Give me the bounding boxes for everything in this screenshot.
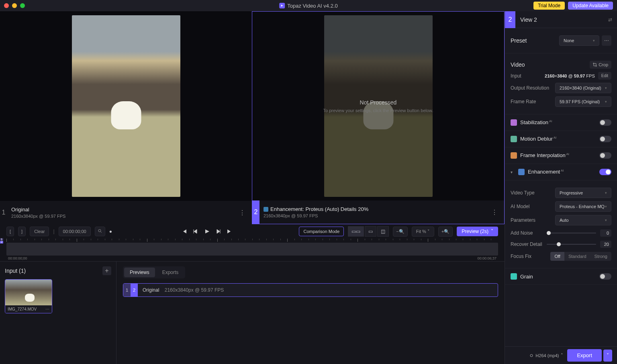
recover-detail-value[interactable]: 20	[600, 241, 611, 248]
timeline-track[interactable]	[6, 243, 498, 256]
next-frame-icon[interactable]	[215, 229, 221, 234]
last-frame-icon[interactable]	[227, 229, 232, 234]
focus-strong-button[interactable]: Strong	[590, 252, 611, 261]
processed-frame[interactable]: Not Processed To preview your settings, …	[252, 12, 504, 200]
preview-row-sub: 2160x3840px @ 59.97 FPS	[165, 287, 224, 293]
trial-mode-badge[interactable]: Trial Mode	[533, 2, 565, 10]
playback-toolbar: [ ] Clear | 00:00:00;00 ● Comparison Mod…	[0, 224, 505, 239]
preview-row[interactable]: 1 2 Original 2160x3840px @ 59.97 FPS	[123, 283, 498, 297]
chevron-up-icon: ˄	[561, 353, 563, 358]
video-section-label: Video	[511, 61, 525, 68]
zoom-slider-dot[interactable]: ●	[109, 229, 115, 234]
enhancement-toggle[interactable]	[599, 169, 611, 175]
preview-row-num2: 2	[131, 284, 138, 297]
export-button[interactable]: Export	[567, 349, 602, 362]
search-icon[interactable]	[95, 227, 105, 236]
motion-deblur-toggle[interactable]	[599, 136, 611, 142]
enhancement-filter-icon	[518, 169, 525, 175]
export-dropdown-icon[interactable]: ˅	[603, 350, 612, 362]
focus-fix-label: Focus Fix	[511, 254, 531, 259]
timeline[interactable]: 12 00:00:00;00 00:00:06;37	[0, 239, 505, 261]
parameters-select[interactable]: Auto▾	[555, 215, 611, 225]
layout-single-icon[interactable]: ▭	[365, 226, 376, 237]
outres-label: Output Resolution	[511, 85, 549, 91]
add-input-button[interactable]: +	[102, 266, 111, 275]
grain-label: Grain	[520, 274, 533, 280]
recover-detail-label: Recover Detail	[511, 241, 543, 247]
motion-deblur-row: Motion Deblur AI	[505, 131, 617, 147]
layout-split-icon[interactable]: ◫	[377, 226, 389, 237]
preview-button[interactable]: Preview (2s)˅	[457, 227, 498, 236]
edit-input-button[interactable]: Edit	[598, 72, 611, 80]
maximize-icon[interactable]	[20, 3, 25, 8]
pane2-title: Enhancement: Proteus (Auto) Details 20%	[264, 206, 486, 212]
add-noise-slider[interactable]	[547, 233, 596, 233]
fit-dropdown[interactable]: Fit % ˅	[412, 227, 434, 237]
timeline-end: 00:00:06;37	[477, 256, 496, 260]
pane1-subtitle: 2160x3840px @ 59.97 FPS	[11, 214, 233, 219]
pane1-more-icon[interactable]: ⋮	[237, 207, 247, 218]
swap-icon[interactable]: ⇄	[603, 17, 617, 22]
comparison-mode-button[interactable]: Comparison Mode	[299, 227, 344, 236]
thumbnail-more-icon[interactable]: ⋯	[45, 307, 49, 311]
video-frame-original	[72, 15, 180, 197]
video-type-select[interactable]: Progressive▾	[555, 188, 611, 198]
motion-deblur-label: Motion Deblur	[520, 136, 553, 142]
thumbnail-filename: IMG_7274.MOV	[8, 307, 37, 311]
timecode-display[interactable]: 00:00:00;00	[59, 227, 91, 236]
original-frame[interactable]	[0, 11, 252, 201]
stabilization-toggle[interactable]	[599, 119, 611, 126]
ai-model-label: AI Model	[511, 204, 529, 209]
viewer: 1 Original 2160x3840px @ 59.97 FPS ⋮ Not…	[0, 11, 505, 224]
enhancement-expand-icon[interactable]: ▾	[511, 170, 513, 174]
preset-select[interactable]: None▾	[559, 35, 599, 46]
mark-out-button[interactable]: ]	[18, 227, 26, 236]
pane2-more-icon[interactable]: ⋮	[490, 207, 499, 218]
play-icon[interactable]	[204, 229, 210, 234]
focus-off-button[interactable]: Off	[550, 252, 564, 261]
minimize-icon[interactable]	[12, 3, 17, 8]
focus-standard-button[interactable]: Standard	[564, 252, 590, 261]
input-thumbnail[interactable]: IMG_7274.MOV ⋯	[5, 279, 52, 313]
frame-interp-toggle[interactable]	[599, 152, 611, 159]
layout-buttons: ▭▭ ▭ ◫	[348, 226, 389, 237]
mark-in-button[interactable]: [	[6, 227, 14, 236]
recover-detail-slider[interactable]	[547, 244, 596, 245]
close-icon[interactable]	[4, 3, 9, 8]
enhancement-icon	[264, 207, 268, 212]
svg-point-2	[530, 354, 533, 357]
update-available-button[interactable]: Update Available	[568, 2, 613, 10]
grain-row: Grain	[505, 268, 617, 285]
chevron-down-icon: ˅	[491, 229, 493, 234]
ai-model-select[interactable]: Proteus - Enhance MQ▾	[555, 201, 611, 212]
zoom-out-icon[interactable]: −🔍	[393, 227, 407, 237]
add-noise-value[interactable]: 0	[600, 229, 611, 237]
svg-line-1	[100, 232, 102, 233]
frame-interp-icon	[511, 152, 517, 159]
prev-frame-icon[interactable]	[193, 229, 198, 234]
crop-button[interactable]: Crop	[590, 61, 611, 69]
panel-title: View 2	[515, 16, 542, 23]
window-controls	[4, 3, 25, 8]
stabilization-label: Stabilization	[520, 120, 548, 126]
output-resolution-select[interactable]: 2160×3840 (Original)▾	[555, 83, 611, 93]
first-frame-icon[interactable]	[182, 229, 187, 234]
crop-icon	[593, 63, 597, 67]
encoder-select[interactable]: H264 (mp4) ˄	[529, 353, 563, 358]
preview-tabs: Previews Exports	[123, 266, 185, 278]
not-processed-overlay: Not Processed To preview your settings, …	[323, 99, 433, 113]
grain-toggle[interactable]	[599, 273, 611, 280]
preset-more-icon[interactable]: ⋯	[602, 35, 611, 46]
tab-exports[interactable]: Exports	[157, 268, 184, 277]
clear-button[interactable]: Clear	[30, 227, 49, 236]
zoom-in-icon[interactable]: +🔍	[438, 227, 453, 237]
frame-rate-select[interactable]: 59.97 FPS (Original)▾	[555, 96, 611, 107]
pane-number-2: 2	[252, 200, 259, 224]
view-pane-2: Not Processed To preview your settings, …	[252, 11, 505, 224]
layout-side-icon[interactable]: ▭▭	[348, 226, 364, 237]
motion-deblur-icon	[511, 136, 517, 142]
svg-point-0	[98, 229, 101, 232]
frame-interp-label: Frame Interpolation	[520, 153, 566, 159]
thumbnail-image	[5, 280, 52, 305]
tab-previews[interactable]: Previews	[124, 268, 155, 277]
